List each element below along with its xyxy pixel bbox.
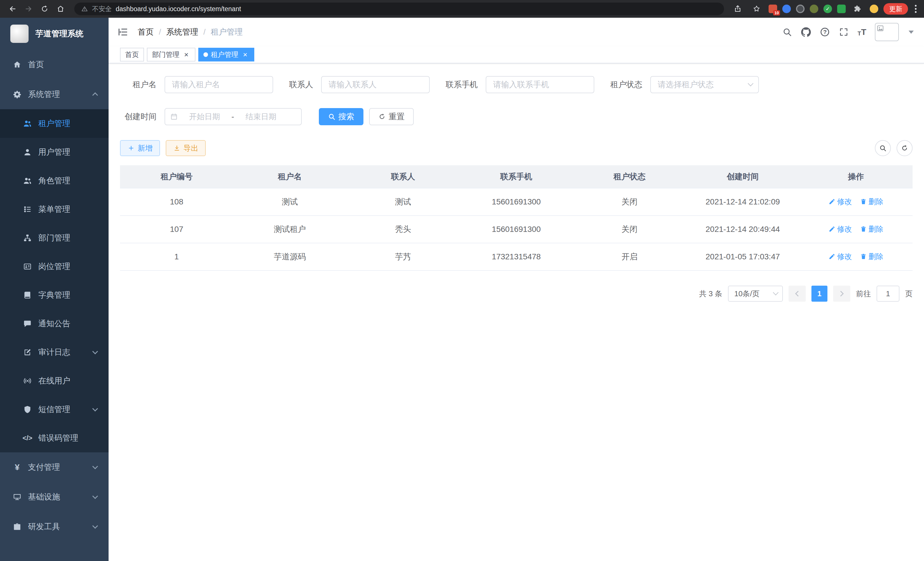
tab-close-icon[interactable]: × [241,51,249,59]
sidebar-item-审计日志[interactable]: 审计日志 [0,338,109,367]
sidebar-item-菜单管理[interactable]: 菜单管理 [0,195,109,224]
page-size-select[interactable]: 10条/页 [728,286,783,302]
breadcrumb-item[interactable]: 首页 [138,27,154,38]
sidebar-item-label: 租户管理 [38,118,70,129]
sidebar-item-通知公告[interactable]: 通知公告 [0,309,109,338]
sidebar-item-部门管理[interactable]: 部门管理 [0,224,109,252]
shield-icon [23,405,32,414]
cell-id: 1 [120,243,233,271]
breadcrumb: 首页/系统管理/租户管理 [138,27,243,38]
page-size-value: 10条/页 [734,289,759,299]
user-avatar[interactable] [875,23,899,41]
contact-label: 联系人 [289,79,313,90]
sidebar-item-支付管理[interactable]: ¥ 支付管理 [0,452,109,482]
extension-icon-blue[interactable] [782,5,791,13]
edit-link[interactable]: 修改 [829,224,852,234]
fullscreen-icon[interactable] [838,27,849,37]
sidebar-item-字典管理[interactable]: 字典管理 [0,281,109,309]
font-size-icon[interactable]: TT [857,28,866,36]
share-icon[interactable] [731,2,745,16]
contact-input[interactable] [321,76,430,93]
tab-label: 部门管理 [152,50,179,59]
tab-label: 租户管理 [211,50,238,59]
search-button[interactable]: 搜索 [319,108,363,125]
avatar-dropdown-caret-icon[interactable] [909,31,914,34]
delete-link[interactable]: 删除 [860,197,884,207]
status-select[interactable]: 请选择租户状态 [650,76,759,93]
sidebar-item-系统管理[interactable]: 系统管理 [0,80,109,109]
column-header: 租户状态 [573,165,686,188]
browser-menu-icon[interactable] [913,5,918,13]
delete-link[interactable]: 删除 [860,224,884,234]
cell-created: 2021-12-14 21:02:09 [686,188,799,216]
bookmark-star-icon[interactable] [750,2,764,16]
sidebar-item-岗位管理[interactable]: 岗位管理 [0,252,109,281]
date-range-picker[interactable]: - [165,108,302,125]
toggle-search-icon[interactable] [875,140,891,156]
sidebar-item-短信管理[interactable]: 短信管理 [0,395,109,424]
tab-首页[interactable]: 首页 [120,48,144,62]
breadcrumb-item[interactable]: 系统管理 [166,27,198,38]
sidebar-item-在线用户[interactable]: 在线用户 [0,367,109,395]
cell-status: 开启 [573,243,686,271]
sidebar-item-用户管理[interactable]: 用户管理 [0,138,109,166]
tab-close-icon[interactable]: × [182,51,190,59]
filter-contact: 联系人 [289,76,430,93]
chevron-down-icon [92,493,98,499]
sidebar-item-label: 审计日志 [38,347,70,358]
sidebar-item-租户管理[interactable]: 租户管理 [0,109,109,138]
cell-status: 关闭 [573,216,686,243]
status-select-placeholder: 请选择租户状态 [658,79,714,90]
phone-input[interactable] [486,76,594,93]
home-icon[interactable] [54,2,68,16]
browser-update-button[interactable]: 更新 [884,3,908,15]
sidebar-item-角色管理[interactable]: 角色管理 [0,166,109,195]
start-date-input[interactable] [180,112,229,122]
cell-name: 测试 [233,188,346,216]
sidebar-item-label: 用户管理 [38,147,70,158]
sidebar-collapse-icon[interactable] [117,26,129,38]
goto-page-input[interactable] [877,286,899,302]
github-icon[interactable] [801,27,811,37]
refresh-table-icon[interactable] [897,140,913,156]
refresh-icon[interactable] [38,2,51,16]
sidebar-item-label: 短信管理 [38,404,70,415]
cell-phone: 15601691300 [460,188,573,216]
tab-租户管理[interactable]: 租户管理 × [198,48,254,62]
prev-page-button[interactable] [789,286,806,302]
screen: 不安全 dashboard.yudao.iocoder.cn/system/te… [0,0,924,561]
address-bar[interactable]: 不安全 dashboard.yudao.iocoder.cn/system/te… [74,3,724,15]
browser-profile-avatar[interactable] [870,5,878,13]
reset-button[interactable]: 重置 [369,108,414,125]
table-row: 108测试测试15601691300关闭2021-12-14 21:02:09修… [120,188,913,216]
sidebar-item-研发工具[interactable]: 研发工具 [0,512,109,541]
search-icon [328,113,335,120]
goto-prefix: 前往 [856,289,871,299]
extension-icon-grid[interactable]: 10 [769,5,777,13]
delete-link[interactable]: 删除 [860,252,884,262]
sidebar-item-label: 研发工具 [28,521,60,532]
sidebar-item-错误码管理[interactable]: </> 错误码管理 [0,424,109,452]
add-button[interactable]: 新增 [120,140,160,156]
puzzle-extensions-icon[interactable] [851,2,865,16]
export-button[interactable]: 导出 [166,140,206,156]
edit-link[interactable]: 修改 [829,252,852,262]
page-number-1[interactable]: 1 [812,286,827,302]
extension-icon-green-square[interactable] [837,5,846,13]
extension-icon-dark[interactable] [796,5,805,13]
sidebar-item-基础设施[interactable]: 基础设施 [0,482,109,512]
tab-active-dot [203,52,208,57]
help-icon[interactable]: ? [820,27,830,37]
edit-link[interactable]: 修改 [829,197,852,207]
back-icon[interactable] [6,2,20,16]
end-date-input[interactable] [236,112,285,122]
next-page-button[interactable] [833,286,850,302]
extension-icon-check[interactable]: ✓ [824,5,832,13]
tab-部门管理[interactable]: 部门管理 × [147,48,195,62]
sidebar-item-首页[interactable]: 首页 [0,50,109,80]
extension-icon-olive[interactable] [810,5,818,13]
yen-icon: ¥ [13,463,22,472]
search-icon[interactable] [782,27,792,37]
column-header: 操作 [800,165,913,188]
tenant-name-input[interactable] [165,76,273,93]
